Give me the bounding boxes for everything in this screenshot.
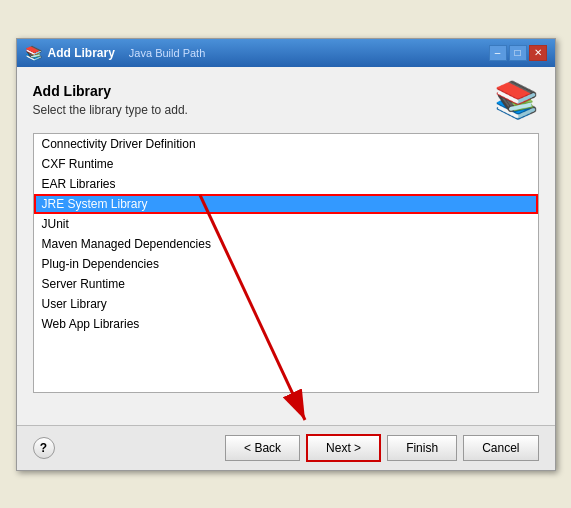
- next-button[interactable]: Next >: [306, 434, 381, 462]
- page-subtitle: Select the library type to add.: [33, 103, 188, 117]
- window-subtitle: Java Build Path: [129, 47, 205, 59]
- action-buttons: < Back Next > Finish Cancel: [225, 434, 538, 462]
- list-item[interactable]: Connectivity Driver Definition: [34, 134, 538, 154]
- bottom-bar: ? < Back Next > Finish Cancel: [17, 425, 555, 470]
- list-item[interactable]: Maven Managed Dependencies: [34, 234, 538, 254]
- add-library-window: 📚 Add Library Java Build Path – □ ✕ Add …: [16, 38, 556, 471]
- back-button[interactable]: < Back: [225, 435, 300, 461]
- list-item[interactable]: Plug-in Dependencies: [34, 254, 538, 274]
- list-item[interactable]: JRE System Library: [34, 194, 538, 214]
- list-item[interactable]: EAR Libraries: [34, 174, 538, 194]
- list-item[interactable]: Web App Libraries: [34, 314, 538, 334]
- titlebar-controls: – □ ✕: [489, 45, 547, 61]
- list-item[interactable]: Server Runtime: [34, 274, 538, 294]
- close-button[interactable]: ✕: [529, 45, 547, 61]
- finish-button[interactable]: Finish: [387, 435, 457, 461]
- help-button[interactable]: ?: [33, 437, 55, 459]
- dialog-content: Add Library Select the library type to a…: [17, 67, 555, 425]
- title-bar: 📚 Add Library Java Build Path – □ ✕: [17, 39, 555, 67]
- window-title: Add Library: [48, 46, 115, 60]
- list-item[interactable]: CXF Runtime: [34, 154, 538, 174]
- header-books-icon: 📚: [494, 79, 539, 121]
- maximize-button[interactable]: □: [509, 45, 527, 61]
- minimize-button[interactable]: –: [489, 45, 507, 61]
- page-header: Add Library Select the library type to a…: [33, 83, 539, 121]
- window-icon: 📚: [25, 45, 42, 61]
- list-item[interactable]: JUnit: [34, 214, 538, 234]
- library-list[interactable]: Connectivity Driver DefinitionCXF Runtim…: [33, 133, 539, 393]
- cancel-button[interactable]: Cancel: [463, 435, 538, 461]
- page-title: Add Library: [33, 83, 188, 99]
- list-item[interactable]: User Library: [34, 294, 538, 314]
